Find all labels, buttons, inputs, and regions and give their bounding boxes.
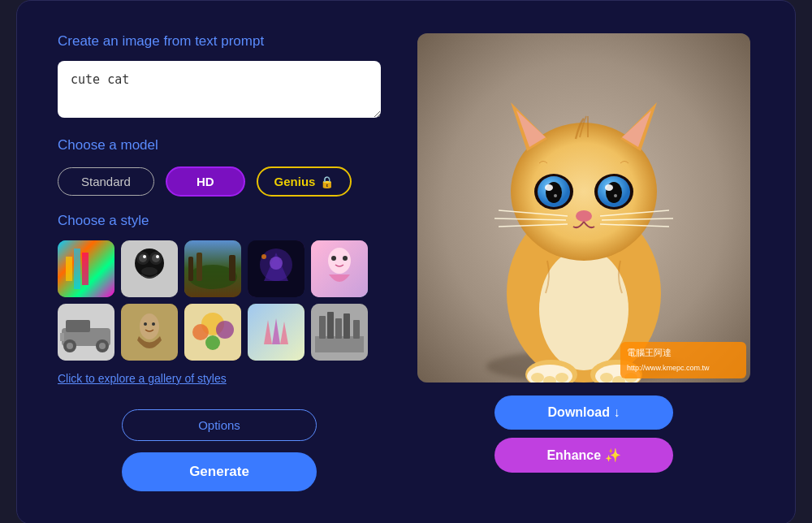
style-section-title: Choose a style — [58, 213, 381, 229]
svg-rect-3 — [82, 253, 89, 285]
cat-image: 電腦王阿達 http://www.kmepc.com.tw — [417, 33, 750, 383]
svg-rect-2 — [74, 249, 80, 289]
svg-rect-48 — [335, 318, 342, 339]
svg-point-80 — [576, 210, 592, 222]
svg-point-21 — [261, 254, 266, 259]
svg-point-54 — [539, 249, 628, 370]
svg-point-25 — [343, 256, 348, 261]
svg-rect-46 — [319, 316, 326, 339]
svg-point-31 — [99, 343, 106, 349]
svg-point-11 — [156, 255, 159, 258]
prompt-section-title: Create an image from text prompt — [58, 33, 381, 50]
svg-rect-33 — [60, 333, 64, 341]
generated-image-container: 電腦王阿達 http://www.kmepc.com.tw — [417, 33, 750, 383]
svg-point-9 — [152, 254, 160, 262]
lock-icon: 🔒 — [320, 175, 334, 188]
style-thumb-8[interactable] — [184, 304, 241, 361]
app-container: Create an image from text prompt Choose … — [16, 0, 796, 523]
style-thumb-1[interactable] — [58, 240, 114, 297]
svg-point-36 — [144, 322, 147, 326]
style-thumb-6[interactable] — [58, 304, 114, 361]
svg-point-23 — [328, 248, 351, 274]
svg-text:http://www.kmepc.com.tw: http://www.kmepc.com.tw — [627, 364, 710, 372]
svg-rect-50 — [353, 320, 360, 339]
style-thumb-3[interactable] — [184, 240, 241, 297]
action-buttons: Download ↓ Enhance ✨ — [495, 395, 673, 473]
style-thumb-5[interactable] — [311, 240, 368, 297]
style-section: Choose a style — [58, 213, 381, 385]
svg-point-8 — [139, 254, 147, 262]
model-hd-button[interactable]: HD — [166, 166, 245, 197]
svg-rect-1 — [66, 257, 72, 281]
svg-point-24 — [331, 256, 336, 261]
svg-point-62 — [600, 373, 613, 383]
svg-rect-47 — [327, 312, 334, 339]
style-thumb-4[interactable] — [248, 240, 304, 297]
svg-point-20 — [270, 257, 283, 270]
svg-point-42 — [205, 335, 220, 350]
style-thumb-9[interactable] — [248, 304, 304, 361]
svg-text:電腦王阿達: 電腦王阿達 — [627, 348, 672, 357]
options-button[interactable]: Options — [122, 409, 317, 441]
download-button[interactable]: Download ↓ — [495, 395, 673, 430]
style-thumb-2[interactable] — [121, 240, 178, 297]
gallery-link[interactable]: Click to explore a gallery of styles — [58, 372, 381, 385]
model-standard-button[interactable]: Standard — [58, 167, 154, 196]
generate-button[interactable]: Generate — [122, 452, 317, 491]
model-section-title: Choose a model — [58, 137, 381, 153]
svg-point-37 — [152, 322, 155, 326]
svg-point-79 — [614, 194, 617, 197]
model-section: Choose a model Standard HD Genius 🔒 — [58, 137, 381, 197]
svg-rect-17 — [229, 255, 235, 281]
left-panel: Create an image from text prompt Choose … — [58, 33, 381, 491]
prompt-section: Create an image from text prompt — [58, 33, 381, 121]
style-grid — [58, 240, 381, 361]
svg-rect-49 — [343, 313, 350, 339]
svg-point-78 — [554, 194, 557, 197]
model-buttons: Standard HD Genius 🔒 — [58, 166, 381, 197]
enhance-button[interactable]: Enhance ✨ — [495, 438, 673, 473]
svg-point-35 — [140, 313, 159, 339]
style-thumb-10[interactable] — [311, 304, 368, 361]
svg-point-76 — [545, 184, 553, 191]
svg-point-10 — [143, 255, 146, 258]
model-genius-button[interactable]: Genius 🔒 — [257, 166, 352, 197]
right-panel: 電腦王阿達 http://www.kmepc.com.tw Download ↓… — [413, 33, 754, 491]
svg-point-59 — [531, 373, 544, 383]
prompt-input[interactable] — [58, 61, 381, 118]
svg-rect-16 — [197, 253, 202, 281]
svg-rect-15 — [188, 257, 193, 281]
svg-point-40 — [192, 324, 209, 340]
svg-rect-32 — [66, 320, 90, 332]
svg-point-77 — [605, 184, 613, 191]
svg-point-30 — [67, 343, 73, 349]
svg-point-41 — [216, 321, 234, 339]
svg-point-12 — [141, 267, 158, 275]
svg-point-61 — [555, 373, 568, 383]
genius-label: Genius — [274, 175, 316, 188]
style-thumb-7[interactable] — [121, 304, 178, 361]
